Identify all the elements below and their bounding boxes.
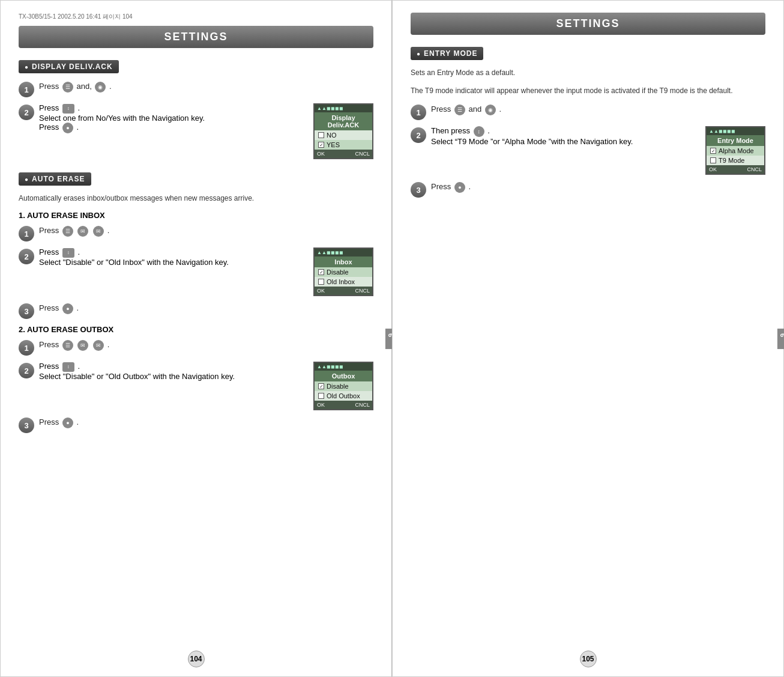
screen-icons-outbox: ▲▲◼◼◼◼	[315, 363, 372, 371]
inbox-step-2-wrapper: Press ↕ . Select "Disable" or "Old Inbox…	[39, 247, 373, 296]
outbox-step-3: 3 Press ● .	[19, 416, 373, 433]
menu-icon-entry-1[interactable]: ☰	[454, 105, 465, 115]
select-inbox-label: Select "Disable" or "Old Inbox" with the…	[39, 258, 307, 267]
entry-step-1-content: Press ☰ and ◉ .	[431, 103, 765, 116]
screen-outbox: ▲▲◼◼◼◼ Outbox Disable Old Outbox OK CNCL	[313, 362, 373, 410]
screen-item-disable-inbox: Disable	[315, 267, 372, 277]
left-page: TX-30B5/15-1 2002.5.20 16:41 페이지 104 SET…	[0, 0, 392, 677]
screen-footer-entry: OK CNCL	[707, 165, 764, 174]
auto-erase-desc: Automatically erases inbox/outbox messag…	[19, 193, 373, 204]
period-entry-2: .	[486, 126, 490, 135]
entry-step-2: 2 Then press ↕ . Select “T9 Mode ”or “Al…	[411, 126, 765, 175]
period-inbox-1: .	[107, 226, 110, 235]
press-2: Press	[39, 103, 61, 112]
checkbox-yes	[318, 142, 324, 148]
msg2-icon-outbox-1[interactable]: ✉	[93, 340, 104, 351]
menu-icon-inbox-1[interactable]: ☰	[62, 226, 73, 237]
nav-icon-outbox[interactable]: ↕	[62, 362, 74, 372]
subsection-inbox-title: 1. AUTO ERASE INBOX	[19, 211, 373, 220]
confirm-icon-inbox[interactable]: ●	[62, 303, 73, 314]
item-yes-label: YES	[327, 141, 340, 148]
msg-icon-outbox-1[interactable]: ✉	[77, 340, 88, 351]
outbox-step-2-circle: 2	[19, 363, 34, 378]
screen-item-disable-outbox: Disable	[315, 381, 372, 391]
press-3: Press	[39, 123, 61, 132]
screen-item-alpha: Alpha Mode	[707, 146, 764, 156]
page-number-right: 105	[580, 651, 597, 667]
period-3: .	[74, 123, 79, 132]
nav-icon-entry[interactable]: ↕	[474, 126, 484, 137]
confirm-icon-entry[interactable]: ●	[454, 182, 465, 193]
footer-cncl-outbox: CNCL	[355, 402, 370, 408]
menu-icon-1[interactable]: ☰	[62, 82, 73, 93]
entry-mode-desc2: The T9 mode indicator will appear whenev…	[411, 85, 765, 96]
checkbox-t9	[710, 157, 716, 163]
msg-icon-inbox-1[interactable]: ✉	[77, 226, 88, 237]
footer-ok-entry: OK	[709, 166, 717, 172]
inbox-step-2-text: Press ↕ . Select "Disable" or "Old Inbox…	[39, 247, 307, 267]
entry-step-3-circle: 3	[411, 182, 426, 198]
inbox-step-3-circle: 3	[19, 303, 34, 319]
select-label-2: Select one from No/Yes with the Navigati…	[39, 114, 307, 123]
ok-icon-entry-1[interactable]: ◉	[485, 105, 496, 115]
screen-item-no: NO	[315, 130, 372, 140]
footer-ok-inbox: OK	[317, 288, 325, 294]
outbox-step-1: 1 Press ☰ ✉ ✉ .	[19, 339, 373, 356]
press-outbox-1: Press	[39, 340, 61, 349]
inbox-step-1-circle: 1	[19, 226, 34, 241]
checkbox-old-inbox	[318, 279, 324, 285]
inbox-step-1: 1 Press ☰ ✉ ✉ .	[19, 225, 373, 241]
screen-item-old-outbox: Old Outbox	[315, 391, 372, 401]
confirm-icon-2[interactable]: ●	[62, 123, 73, 133]
period-entry-1: .	[499, 105, 501, 114]
confirm-icon-outbox[interactable]: ●	[62, 417, 73, 428]
press-entry-1: Press	[431, 105, 453, 114]
entry-step-3: 3 Press ● .	[411, 181, 765, 198]
outbox-step-3-content: Press ● .	[39, 416, 373, 429]
entry-step-1: 1 Press ☰ and ◉ .	[411, 103, 765, 120]
footer-ok-1: OK	[317, 151, 325, 157]
period-2: .	[76, 103, 80, 112]
footer-cncl-entry: CNCL	[747, 166, 762, 172]
subsection-outbox-title: 2. AUTO ERASE OUTBOX	[19, 325, 373, 334]
outbox-step-2-wrapper: Press ↕ . Select "Disable" or "Old Outbo…	[39, 362, 373, 410]
period-entry-3: .	[468, 182, 471, 191]
msg2-icon-inbox-1[interactable]: ✉	[93, 226, 104, 237]
step-2-text: Press ↕ . Select one from No/Yes with th…	[39, 103, 307, 133]
menu-icon-outbox-1[interactable]: ☰	[62, 340, 73, 351]
step-1-display: 1 Press ☰ and, ◉ .	[19, 80, 373, 97]
entry-step-2-wrapper: Then press ↕ . Select “T9 Mode ”or “Alph…	[431, 126, 765, 175]
outbox-step-3-circle: 3	[19, 417, 34, 433]
item-old-outbox: Old Outbox	[327, 392, 360, 399]
section-auto-erase: AUTO ERASE Automatically erases inbox/ou…	[19, 172, 373, 433]
nav-icon-inbox[interactable]: ↕	[62, 248, 74, 258]
screen-footer-inbox: OK CNCL	[315, 287, 372, 295]
ch-label-right: CH6	[777, 329, 784, 349]
footer-ok-outbox: OK	[317, 402, 325, 408]
section-display-deliv-ack: DISPLAY DELIV.ACK 1 Press ☰ and, ◉ . 2 P…	[19, 60, 373, 159]
right-header: SETTINGS	[411, 13, 765, 35]
outbox-step-1-content: Press ☰ ✉ ✉ .	[39, 339, 373, 351]
screen-inbox: ▲▲◼◼◼◼ Inbox Disable Old Inbox OK CNCL	[313, 247, 373, 296]
nav-icon-2[interactable]: ↕	[62, 104, 74, 114]
item-alpha-label: Alpha Mode	[719, 147, 754, 154]
screen-footer-1: OK CNCL	[315, 150, 372, 158]
press-inbox-2: Press	[39, 247, 61, 257]
inbox-step-2: 2 Press ↕ . Select "Disable" or "Old Inb…	[19, 247, 373, 296]
ok-icon-1[interactable]: ◉	[95, 82, 106, 93]
outbox-step-2-text: Press ↕ . Select "Disable" or "Old Outbo…	[39, 362, 307, 381]
item-old-inbox: Old Inbox	[327, 278, 355, 285]
screen-entry-mode: ▲▲◼◼◼◼ Entry Mode Alpha Mode T9 Mode OK …	[705, 126, 765, 175]
and-label-1: and,	[76, 82, 94, 91]
step-2-content-wrapper: Press ↕ . Select one from No/Yes with th…	[39, 103, 373, 159]
press-entry-3: Press	[431, 182, 453, 191]
press-inbox-1: Press	[39, 226, 61, 235]
screen-icons-entry: ▲▲◼◼◼◼	[707, 127, 764, 135]
inbox-step-3-content: Press ● .	[39, 302, 373, 315]
screen-icons-1: ▲▲◼◼◼◼	[315, 105, 372, 112]
page-number-left: 104	[188, 651, 205, 667]
item-no-label: NO	[327, 132, 337, 139]
inbox-step-3: 3 Press ● .	[19, 302, 373, 319]
period-outbox-3: .	[76, 417, 79, 427]
period-inbox-2: .	[76, 247, 80, 257]
